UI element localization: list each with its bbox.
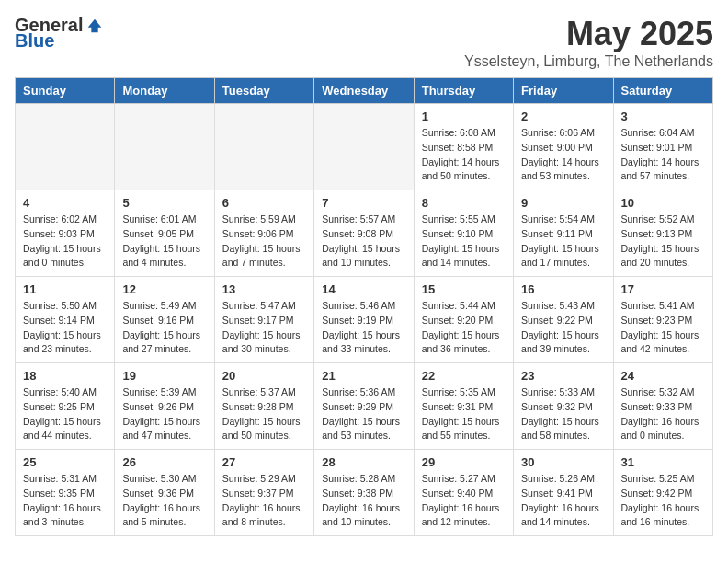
day-number: 4 [23, 196, 107, 210]
day-number: 22 [422, 369, 506, 383]
calendar-cell: 6Sunrise: 5:59 AM Sunset: 9:06 PM Daylig… [214, 190, 313, 277]
day-number: 2 [521, 109, 605, 123]
day-info: Sunrise: 5:55 AM Sunset: 9:10 PM Dayligh… [422, 213, 506, 270]
day-info: Sunrise: 5:40 AM Sunset: 9:25 PM Dayligh… [23, 385, 107, 443]
day-number: 9 [521, 196, 605, 210]
calendar-cell: 4Sunrise: 6:02 AM Sunset: 9:03 PM Daylig… [16, 190, 115, 277]
day-info: Sunrise: 5:35 AM Sunset: 9:31 PM Dayligh… [422, 385, 506, 443]
day-number: 18 [23, 369, 107, 383]
calendar-cell: 11Sunrise: 5:50 AM Sunset: 9:14 PM Dayli… [16, 277, 115, 363]
calendar-cell: 18Sunrise: 5:40 AM Sunset: 9:25 PM Dayli… [16, 363, 115, 450]
day-info: Sunrise: 5:33 AM Sunset: 9:32 PM Dayligh… [521, 385, 605, 443]
day-number: 20 [222, 369, 306, 383]
day-number: 8 [422, 196, 506, 210]
calendar-cell: 31Sunrise: 5:25 AM Sunset: 9:42 PM Dayli… [613, 450, 712, 536]
day-info: Sunrise: 5:32 AM Sunset: 9:33 PM Dayligh… [621, 385, 705, 443]
day-number: 3 [621, 109, 705, 123]
calendar-cell: 3Sunrise: 6:04 AM Sunset: 9:01 PM Daylig… [613, 104, 712, 190]
calendar-cell [115, 104, 214, 190]
day-number: 23 [521, 369, 605, 383]
weekday-header-tuesday: Tuesday [214, 78, 313, 104]
day-info: Sunrise: 5:54 AM Sunset: 9:11 PM Dayligh… [521, 213, 605, 270]
day-number: 17 [621, 282, 705, 296]
day-info: Sunrise: 5:30 AM Sunset: 9:36 PM Dayligh… [122, 472, 206, 530]
calendar-cell: 10Sunrise: 5:52 AM Sunset: 9:13 PM Dayli… [613, 190, 712, 277]
day-info: Sunrise: 6:08 AM Sunset: 8:58 PM Dayligh… [422, 126, 506, 184]
day-number: 19 [122, 369, 206, 383]
calendar-cell: 14Sunrise: 5:46 AM Sunset: 9:19 PM Dayli… [314, 277, 414, 363]
calendar-cell: 15Sunrise: 5:44 AM Sunset: 9:20 PM Dayli… [414, 277, 513, 363]
day-number: 6 [222, 196, 306, 210]
calendar-cell: 7Sunrise: 5:57 AM Sunset: 9:08 PM Daylig… [314, 190, 414, 277]
day-info: Sunrise: 5:31 AM Sunset: 9:35 PM Dayligh… [23, 472, 107, 530]
calendar-table: SundayMondayTuesdayWednesdayThursdayFrid… [15, 77, 713, 536]
logo: General Blue [15, 15, 105, 52]
calendar-cell: 23Sunrise: 5:33 AM Sunset: 9:32 PM Dayli… [514, 363, 613, 450]
calendar-cell: 9Sunrise: 5:54 AM Sunset: 9:11 PM Daylig… [514, 190, 613, 277]
calendar-cell: 30Sunrise: 5:26 AM Sunset: 9:41 PM Dayli… [514, 450, 613, 536]
calendar-cell: 12Sunrise: 5:49 AM Sunset: 9:16 PM Dayli… [115, 277, 214, 363]
calendar-cell: 27Sunrise: 5:29 AM Sunset: 9:37 PM Dayli… [214, 450, 313, 536]
weekday-header-saturday: Saturday [613, 78, 712, 104]
day-info: Sunrise: 5:26 AM Sunset: 9:41 PM Dayligh… [521, 472, 605, 530]
day-info: Sunrise: 5:39 AM Sunset: 9:26 PM Dayligh… [122, 385, 206, 443]
day-info: Sunrise: 5:47 AM Sunset: 9:17 PM Dayligh… [222, 299, 306, 357]
weekday-header-wednesday: Wednesday [314, 78, 414, 104]
day-info: Sunrise: 5:41 AM Sunset: 9:23 PM Dayligh… [621, 299, 705, 357]
calendar-cell: 19Sunrise: 5:39 AM Sunset: 9:26 PM Dayli… [115, 363, 214, 450]
day-number: 13 [222, 282, 306, 296]
calendar-cell [214, 104, 313, 190]
day-number: 25 [23, 455, 107, 469]
day-number: 12 [122, 282, 206, 296]
calendar-cell: 16Sunrise: 5:43 AM Sunset: 9:22 PM Dayli… [514, 277, 613, 363]
day-info: Sunrise: 5:37 AM Sunset: 9:28 PM Dayligh… [222, 385, 306, 443]
day-number: 31 [621, 455, 705, 469]
weekday-header-thursday: Thursday [414, 78, 513, 104]
day-number: 27 [222, 455, 306, 469]
calendar-cell: 22Sunrise: 5:35 AM Sunset: 9:31 PM Dayli… [414, 363, 513, 450]
location-subtitle: Ysselsteyn, Limburg, The Netherlands [464, 53, 713, 70]
day-info: Sunrise: 5:27 AM Sunset: 9:40 PM Dayligh… [422, 472, 506, 530]
weekday-header-sunday: Sunday [16, 78, 115, 104]
day-info: Sunrise: 5:44 AM Sunset: 9:20 PM Dayligh… [422, 299, 506, 357]
day-number: 15 [422, 282, 506, 296]
day-info: Sunrise: 6:04 AM Sunset: 9:01 PM Dayligh… [621, 126, 705, 184]
calendar-cell: 8Sunrise: 5:55 AM Sunset: 9:10 PM Daylig… [414, 190, 513, 277]
day-number: 7 [322, 196, 405, 210]
weekday-header-monday: Monday [115, 78, 214, 104]
page-header: General Blue May 2025 Ysselsteyn, Limbur… [15, 15, 713, 70]
calendar-cell: 24Sunrise: 5:32 AM Sunset: 9:33 PM Dayli… [613, 363, 712, 450]
day-number: 14 [322, 282, 405, 296]
logo-icon [85, 16, 105, 36]
day-info: Sunrise: 5:46 AM Sunset: 9:19 PM Dayligh… [322, 299, 405, 357]
day-number: 24 [621, 369, 705, 383]
calendar-cell: 28Sunrise: 5:28 AM Sunset: 9:38 PM Dayli… [314, 450, 414, 536]
calendar-cell: 21Sunrise: 5:36 AM Sunset: 9:29 PM Dayli… [314, 363, 414, 450]
calendar-cell: 20Sunrise: 5:37 AM Sunset: 9:28 PM Dayli… [214, 363, 313, 450]
month-title: May 2025 [464, 15, 713, 53]
day-number: 1 [422, 109, 506, 123]
day-number: 26 [122, 455, 206, 469]
calendar-cell: 5Sunrise: 6:01 AM Sunset: 9:05 PM Daylig… [115, 190, 214, 277]
day-info: Sunrise: 5:50 AM Sunset: 9:14 PM Dayligh… [23, 299, 107, 357]
calendar-cell: 13Sunrise: 5:47 AM Sunset: 9:17 PM Dayli… [214, 277, 313, 363]
title-area: May 2025 Ysselsteyn, Limburg, The Nether… [464, 15, 713, 70]
calendar-cell: 29Sunrise: 5:27 AM Sunset: 9:40 PM Dayli… [414, 450, 513, 536]
day-info: Sunrise: 5:36 AM Sunset: 9:29 PM Dayligh… [322, 385, 405, 443]
weekday-header-friday: Friday [514, 78, 613, 104]
day-number: 29 [422, 455, 506, 469]
day-number: 28 [322, 455, 405, 469]
calendar-cell: 2Sunrise: 6:06 AM Sunset: 9:00 PM Daylig… [514, 104, 613, 190]
day-number: 11 [23, 282, 107, 296]
day-info: Sunrise: 5:29 AM Sunset: 9:37 PM Dayligh… [222, 472, 306, 530]
day-number: 10 [621, 196, 705, 210]
calendar-cell: 25Sunrise: 5:31 AM Sunset: 9:35 PM Dayli… [16, 450, 115, 536]
calendar-cell: 1Sunrise: 6:08 AM Sunset: 8:58 PM Daylig… [414, 104, 513, 190]
day-number: 21 [322, 369, 405, 383]
calendar-cell [314, 104, 414, 190]
day-number: 30 [521, 455, 605, 469]
day-info: Sunrise: 5:25 AM Sunset: 9:42 PM Dayligh… [621, 472, 705, 530]
calendar-cell [16, 104, 115, 190]
day-info: Sunrise: 6:02 AM Sunset: 9:03 PM Dayligh… [23, 213, 107, 270]
day-info: Sunrise: 6:01 AM Sunset: 9:05 PM Dayligh… [122, 213, 206, 270]
